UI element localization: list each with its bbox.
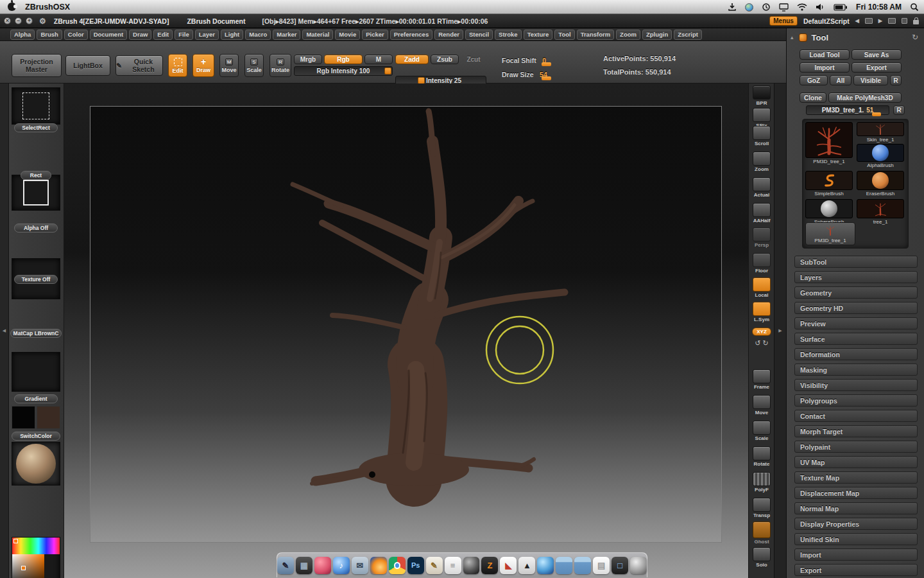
gradient-label[interactable]: Gradient: [14, 394, 58, 403]
undo-arrow-icon[interactable]: ↺: [755, 339, 760, 347]
window-minimize-button[interactable]: −: [15, 17, 22, 24]
secondary-color-swatch[interactable]: [37, 406, 60, 429]
section-polygroups[interactable]: Polygroups: [794, 394, 918, 407]
time-machine-icon[interactable]: [762, 3, 771, 12]
download-icon[interactable]: [728, 3, 737, 12]
dock-folder2-icon[interactable]: [574, 557, 591, 574]
section-visibility[interactable]: Visibility: [794, 379, 918, 391]
goz-all-button[interactable]: All: [830, 75, 851, 85]
menu-zscript[interactable]: Zscript: [674, 30, 702, 40]
local-button[interactable]: Local: [751, 277, 773, 298]
window-stack-icon[interactable]: [888, 18, 896, 24]
dock-earth-icon[interactable]: [537, 557, 554, 574]
canvas-rotate-button[interactable]: Rotate: [751, 446, 773, 467]
menu-tool[interactable]: Tool: [554, 30, 574, 40]
scale-button[interactable]: S Scale: [244, 54, 264, 77]
collapse-chevron-icon[interactable]: ▴: [791, 34, 794, 40]
network-sphere-icon[interactable]: [745, 3, 753, 12]
stroke-rect-label[interactable]: Rect: [21, 171, 51, 180]
panel-icon[interactable]: [902, 18, 907, 24]
ghost-button[interactable]: Ghost: [751, 521, 773, 545]
menu-render[interactable]: Render: [434, 30, 463, 40]
dock-display-icon[interactable]: □: [612, 557, 628, 574]
section-layers[interactable]: Layers: [794, 271, 918, 283]
menu-material[interactable]: Material: [302, 30, 333, 40]
solo-button[interactable]: Solo: [751, 547, 773, 568]
hue-marker[interactable]: [13, 539, 18, 543]
menu-preferences[interactable]: Preferences: [390, 30, 432, 40]
menus-button[interactable]: Menus: [769, 16, 798, 26]
actual-button[interactable]: Actual: [751, 177, 773, 198]
zadd-button[interactable]: Zadd: [395, 55, 429, 64]
hue-strip[interactable]: [12, 538, 60, 554]
section-contact[interactable]: Contact: [794, 410, 918, 422]
import-button[interactable]: Import: [800, 62, 850, 73]
focal-shift-slider[interactable]: Focal Shift 0: [502, 54, 611, 67]
projection-master-button[interactable]: Projection Master: [12, 54, 62, 77]
zcut-button[interactable]: Zcut: [461, 55, 486, 64]
draw-size-knob[interactable]: [542, 76, 551, 80]
polyframe-button[interactable]: PolyF: [751, 472, 773, 493]
menu-bar-clock[interactable]: Fri 10:58 AM: [856, 3, 902, 12]
tool-thumb-skin-tree[interactable]: Skin_tree_1: [857, 122, 904, 143]
draw-button[interactable]: + Draw: [193, 54, 214, 77]
battery-icon[interactable]: [834, 4, 848, 11]
canvas-move-button[interactable]: Move: [751, 395, 773, 416]
main-color-swatch[interactable]: [12, 406, 35, 429]
menu-picker[interactable]: Picker: [362, 30, 388, 40]
left-tray-divider[interactable]: ◀: [0, 83, 9, 578]
make-polymesh-button[interactable]: Make PolyMesh3D: [828, 92, 902, 103]
dock-textedit-icon[interactable]: ≡: [445, 557, 461, 574]
stroke-selectrect-swatch[interactable]: [12, 87, 60, 125]
section-texture-map[interactable]: Texture Map: [794, 471, 918, 484]
apple-menu-icon[interactable]: [8, 3, 16, 11]
mac-app-name[interactable]: ZBrushOSX: [25, 3, 70, 12]
aahalf-button[interactable]: AAHalf: [751, 203, 773, 223]
dock-zbrush-icon[interactable]: Z: [481, 557, 498, 574]
saturation-square[interactable]: [12, 554, 44, 578]
dock-mail-icon[interactable]: ✉: [352, 557, 368, 574]
save-as-button[interactable]: Save As: [851, 49, 902, 60]
draw-size-slider[interactable]: Draw Size 54: [502, 68, 611, 81]
selected-tool-button[interactable]: PM3D_tree_1: [805, 222, 855, 245]
right-tray-divider[interactable]: ▶: [774, 83, 786, 578]
section-geometry-hd[interactable]: Geometry HD: [794, 302, 918, 314]
menu-alpha[interactable]: Alpha: [10, 30, 35, 40]
rotate-axis-arrows[interactable]: ↺ ↻: [751, 339, 773, 347]
material-swatch[interactable]: [12, 442, 60, 486]
section-morph-target[interactable]: Morph Target: [794, 425, 918, 437]
rgb-intensity-slider[interactable]: Rgb Intensity 100: [294, 66, 393, 76]
tree-sculpt-mesh[interactable]: [90, 106, 722, 543]
tool-thumb-alphabrush[interactable]: AlphaBrush: [857, 144, 904, 168]
menu-marker[interactable]: Marker: [273, 30, 300, 40]
refresh-icon[interactable]: ↻: [912, 33, 918, 42]
tool-thumb-simplebrush[interactable]: SimpleBrush: [805, 171, 853, 197]
menu-texture[interactable]: Texture: [524, 30, 553, 40]
dock-zbrush-sphere-icon[interactable]: [463, 557, 480, 574]
section-export[interactable]: Export: [794, 564, 918, 576]
texture-swatch[interactable]: [12, 352, 60, 392]
stroke-selectrect-label[interactable]: SelectRect: [14, 123, 58, 132]
tool-thumb-spherebrush[interactable]: SphereBrush: [805, 199, 853, 225]
goz-button[interactable]: GoZ: [800, 75, 828, 85]
dock-app-store-icon[interactable]: [314, 557, 331, 574]
wifi-icon[interactable]: [797, 3, 807, 11]
spotlight-icon[interactable]: [910, 3, 919, 12]
frame-button[interactable]: Frame: [751, 369, 773, 390]
menu-stroke[interactable]: Stroke: [495, 30, 522, 40]
dock-bridge-icon[interactable]: ▦: [296, 557, 312, 574]
menu-light[interactable]: Light: [221, 30, 243, 40]
displays-icon[interactable]: [779, 3, 789, 12]
clone-button[interactable]: Clone: [800, 92, 826, 103]
tool-thumb-pm3d-tree[interactable]: PM3D_tree_1: [805, 122, 853, 168]
menu-draw[interactable]: Draw: [129, 30, 151, 40]
lsym-button[interactable]: L.Sym: [751, 302, 773, 322]
dock-unity-icon[interactable]: ▲: [518, 557, 535, 574]
color-picker[interactable]: [12, 537, 60, 578]
menu-color[interactable]: Color: [64, 30, 88, 40]
canvas-area[interactable]: [64, 83, 748, 578]
zscript-slider[interactable]: [865, 18, 873, 24]
section-import[interactable]: Import: [794, 548, 918, 561]
redo-arrow-icon[interactable]: ↻: [763, 339, 769, 347]
menu-layer[interactable]: Layer: [195, 30, 219, 40]
